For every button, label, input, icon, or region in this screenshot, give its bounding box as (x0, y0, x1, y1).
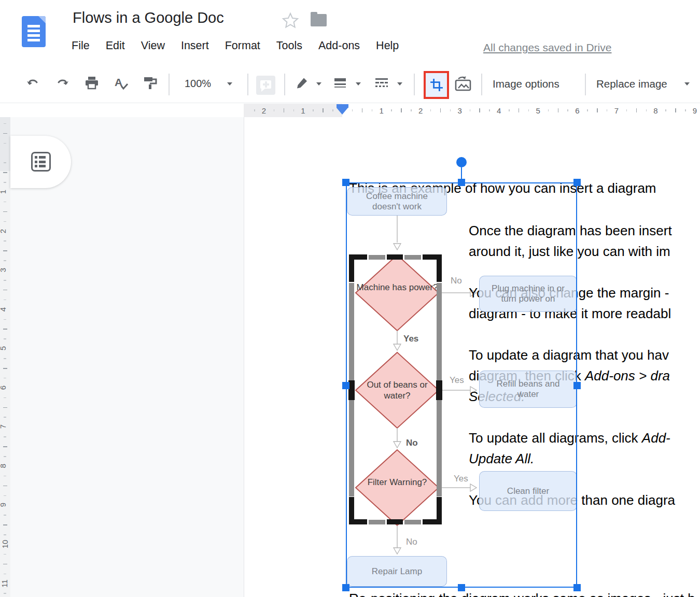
h-ruler-tick (675, 108, 676, 112)
border-color-caret-icon[interactable] (316, 82, 321, 86)
undo-button[interactable] (26, 77, 40, 89)
v-ruler-tick (4, 495, 6, 496)
selection-handle-n[interactable] (458, 179, 465, 186)
menu-edit[interactable]: Edit (106, 39, 125, 52)
v-ruler-tick (4, 358, 6, 359)
selection-handle-w[interactable] (342, 382, 349, 389)
h-ruler-tick (548, 109, 549, 111)
h-ruler-tick (519, 108, 520, 112)
folder-icon[interactable] (311, 14, 327, 26)
h-ruler-tick (509, 109, 510, 111)
selection-handle-s[interactable] (458, 584, 465, 591)
h-ruler-tick (479, 108, 480, 112)
document-page[interactable]: This is an example of how you can insert… (244, 117, 700, 597)
h-ruler-tick (293, 109, 295, 111)
v-ruler-tick (4, 202, 6, 203)
v-ruler-tick (4, 319, 6, 320)
toolbar-separator (247, 74, 248, 95)
indent-marker-bar[interactable] (337, 104, 348, 108)
h-ruler-tick (332, 109, 333, 111)
zoom-caret-icon[interactable] (227, 82, 232, 86)
v-ruler-tick (4, 260, 6, 261)
menu-insert[interactable]: Insert (181, 39, 209, 52)
selection-handle-e[interactable] (573, 382, 581, 389)
line-weight-caret-icon[interactable] (356, 82, 361, 86)
paint-format-button[interactable] (143, 76, 158, 91)
v-ruler-tick (3, 407, 7, 408)
v-ruler-tick (4, 280, 6, 281)
border-dash-caret-icon[interactable] (397, 82, 402, 86)
toolbar-separator (284, 74, 285, 95)
v-ruler-tick (4, 534, 6, 535)
v-ruler-tick (3, 524, 7, 525)
v-ruler-tick (4, 240, 6, 241)
h-ruler-tick (372, 109, 373, 111)
h-ruler[interactable]: 21123456789 (244, 104, 700, 117)
menu-file[interactable]: File (72, 39, 90, 52)
docs-logo-icon[interactable] (22, 16, 46, 47)
recolor-image-button[interactable] (454, 76, 472, 92)
redo-button[interactable] (55, 77, 69, 89)
h-ruler-tick (401, 108, 402, 112)
image-options-button[interactable]: Image options (493, 78, 559, 90)
star-icon[interactable] (282, 12, 299, 30)
google-docs-app: Flows in a Google Doc File Edit View Ins… (0, 0, 700, 597)
h-ruler-number: 8 (653, 106, 657, 115)
h-ruler-tick (470, 109, 471, 111)
menu-view[interactable]: View (141, 39, 165, 52)
border-color-pencil-button[interactable] (296, 76, 309, 90)
h-ruler-number: 5 (536, 106, 540, 115)
menu-addons[interactable]: Add-ons (318, 39, 360, 52)
h-ruler-tick (528, 109, 529, 111)
h-ruler-tick (626, 109, 627, 111)
toolbar-separator (481, 74, 482, 95)
h-ruler-tick (685, 109, 686, 111)
v-ruler-tick (4, 554, 6, 555)
v-ruler-number: 3 (0, 268, 7, 272)
replace-image-caret-icon[interactable] (684, 82, 690, 86)
v-ruler[interactable]: 1234567891011 (0, 117, 10, 597)
h-ruler-tick (665, 109, 666, 111)
selection-handle-nw[interactable] (342, 179, 349, 186)
v-ruler-number: 5 (0, 346, 7, 350)
v-ruler-tick (4, 456, 6, 457)
h-ruler-tick (636, 108, 637, 112)
crop-button-highlight[interactable] (424, 71, 449, 99)
rotate-handle[interactable] (456, 157, 467, 167)
add-comment-button[interactable] (256, 76, 275, 95)
document-title[interactable]: Flows in a Google Doc (73, 9, 224, 26)
menu-format[interactable]: Format (225, 39, 260, 52)
zoom-select[interactable]: 100% (185, 78, 211, 90)
v-ruler-number: 8 (0, 464, 7, 468)
border-dash-button[interactable] (375, 77, 388, 89)
v-ruler-tick (4, 436, 6, 437)
doc-text-line[interactable]: Re-positioning the diagram works same as… (349, 591, 695, 597)
replace-image-button[interactable]: Replace image (596, 78, 667, 90)
spellcheck-button[interactable]: A (114, 76, 129, 91)
v-ruler-tick (3, 564, 7, 565)
selection-handle-ne[interactable] (573, 179, 581, 186)
indent-marker-icon[interactable] (337, 108, 348, 115)
v-ruler-number: 10 (1, 540, 9, 549)
image-selection-box[interactable] (346, 182, 577, 588)
show-outline-button[interactable] (10, 136, 71, 188)
selection-handle-sw[interactable] (342, 584, 349, 591)
v-ruler-number: 1 (0, 190, 7, 194)
line-weight-button[interactable] (334, 77, 346, 89)
save-status-link[interactable]: All changes saved in Drive (483, 41, 611, 54)
v-ruler-tick (4, 378, 6, 379)
v-ruler-tick (4, 515, 6, 516)
print-button[interactable] (85, 76, 99, 90)
h-ruler-tick (352, 109, 353, 111)
h-ruler-tick (607, 109, 608, 111)
menu-bar: File Edit View Insert Format Tools Add-o… (72, 39, 399, 52)
menu-help[interactable]: Help (376, 39, 399, 52)
h-ruler-number: 3 (457, 106, 461, 115)
document-background (10, 117, 244, 597)
toolbar-separator (414, 74, 415, 95)
menu-tools[interactable]: Tools (276, 39, 302, 52)
h-ruler-tick (313, 109, 314, 111)
h-ruler-number: 7 (614, 106, 619, 115)
h-ruler-number: 1 (379, 106, 383, 115)
selection-handle-se[interactable] (573, 584, 581, 591)
